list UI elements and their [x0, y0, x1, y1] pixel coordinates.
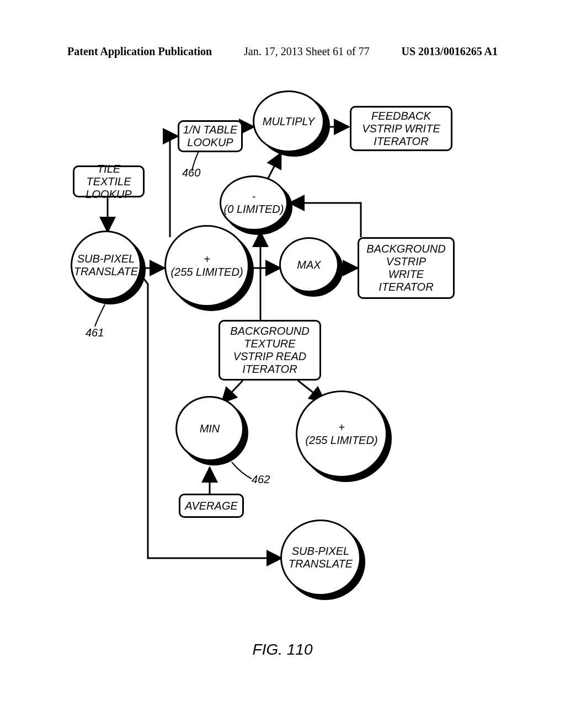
node-1n-table-lookup: 1/N TABLELOOKUP [178, 120, 243, 152]
node-min: MIN [175, 396, 250, 468]
node-plus-255-limited-left: +(255 LIMITED) [164, 225, 256, 313]
node-sub-pixel-translate-1: SUB-PIXELTRANSLATE [71, 231, 148, 305]
ref-label-462: 462 [252, 473, 270, 486]
node-average: AVERAGE [179, 494, 244, 518]
figure-label: FIG. 110 [0, 641, 565, 659]
node-multiply: MULTIPLY [253, 90, 330, 157]
node-plus-255-limited-right: +(255 LIMITED) [296, 390, 395, 484]
ref-label-460: 460 [182, 167, 200, 179]
node-background-read-iterator: BACKGROUNDTEXTUREVSTRIP READITERATOR [218, 320, 321, 381]
diagram-canvas: TILE TEXTILELOOKUP 1/N TABLELOOKUP MULTI… [0, 0, 565, 728]
node-feedback-write-iterator: FEEDBACKVSTRIP WRITEITERATOR [350, 106, 452, 151]
node-background-write-iterator: BACKGROUNDVSTRIPWRITEITERATOR [358, 237, 455, 299]
node-tile-textile-lookup: TILE TEXTILELOOKUP [73, 165, 145, 197]
node-max: MAX [279, 237, 345, 299]
node-sub-pixel-translate-2: SUB-PIXELTRANSLATE [280, 520, 369, 602]
ref-label-461: 461 [86, 326, 104, 339]
